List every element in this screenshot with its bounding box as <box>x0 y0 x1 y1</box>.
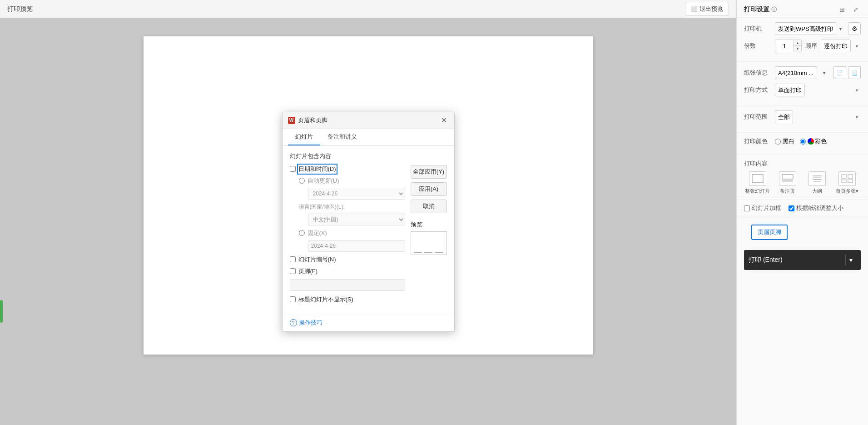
exit-preview-button[interactable]: ⬜ 退出预览 <box>685 3 729 15</box>
print-method-select-wrapper: 单面打印 <box>775 84 861 96</box>
preview-area-dialog: 预览 <box>411 220 447 255</box>
orientation-buttons: 📄 📃 <box>833 66 861 79</box>
footer-checkbox[interactable] <box>290 268 296 274</box>
full-slide-label: 整张幻灯片 <box>745 188 770 195</box>
preview-area: W 页眉和页脚 ✕ 幻灯片 备注和讲义 幻灯片包含内容 <box>0 18 736 425</box>
resize-checkbox-item[interactable]: 根据纸张调整大小 <box>789 204 843 212</box>
date-options-indented: 自动更新(U) 2024-4-26 <box>299 177 405 252</box>
bw-radio[interactable] <box>775 139 781 145</box>
print-button-label: 打印 (Enter) <box>749 256 783 264</box>
content-outline[interactable]: 大纲 <box>804 171 831 195</box>
print-button[interactable]: 打印 (Enter) ▾ <box>744 250 861 270</box>
copies-label: 份数 <box>744 42 771 50</box>
footer-label[interactable]: 页脚(F) <box>298 267 318 275</box>
footer-input-row <box>290 279 405 291</box>
dialog-body: 幻灯片包含内容 日期和时间(D) <box>283 146 454 314</box>
help-link[interactable]: ? 操作技巧 <box>290 319 322 327</box>
auto-update-row: 自动更新(U) <box>299 177 405 185</box>
content-full-slide[interactable]: 整张幻灯片 <box>744 171 771 195</box>
expand-icon[interactable]: ⤢ <box>851 5 861 15</box>
printer-select[interactable]: 发送到WPS高级打印 <box>775 22 836 35</box>
auto-update-radio[interactable] <box>299 178 305 184</box>
right-panel-title: 打印设置 ⓘ <box>744 5 777 14</box>
preview-box <box>411 231 447 255</box>
outline-label: 大纲 <box>812 188 822 195</box>
content-multi[interactable]: 每页多张▾ <box>833 171 861 195</box>
dialog-overlay: W 页眉和页脚 ✕ 幻灯片 备注和讲义 幻灯片包含内容 <box>0 18 736 425</box>
dialog-titlebar: W 页眉和页脚 ✕ <box>283 112 454 129</box>
dialog-close-button[interactable]: ✕ <box>440 116 449 125</box>
page-title: 打印预览 <box>7 5 33 13</box>
date-time-checkbox[interactable] <box>290 166 296 172</box>
resize-label: 根据纸张调整大小 <box>796 204 843 212</box>
right-panel-title-text: 打印设置 <box>744 5 769 14</box>
cancel-button[interactable]: 取消 <box>411 200 447 213</box>
paper-select[interactable]: A4(210mm ... <box>775 66 817 79</box>
options-section: 幻灯片加框 根据纸张调整大小 <box>737 200 868 217</box>
slide-number-label[interactable]: 幻灯片编号(N) <box>298 255 336 264</box>
print-btn-dropdown[interactable]: ▾ <box>845 255 856 265</box>
hide-title-checkbox[interactable] <box>290 296 296 302</box>
printer-select-wrapper: 发送到WPS高级打印 <box>775 22 844 35</box>
print-range-select[interactable]: 全部 <box>775 110 793 123</box>
dialog-title-icon: W <box>288 117 295 124</box>
hide-title-row: 标题幻灯片不显示(S) <box>290 295 405 304</box>
header-footer-button[interactable]: 页眉页脚 <box>751 225 788 240</box>
printer-settings-button[interactable]: ⚙ <box>848 22 861 35</box>
dialog-right-column: 全部应用(Y) 应用(A) 取消 预览 <box>411 165 447 307</box>
frame-checkbox[interactable] <box>744 205 750 211</box>
exit-preview-label: 退出预览 <box>699 5 723 13</box>
auto-update-label[interactable]: 自动更新(U) <box>308 177 339 185</box>
fixed-radio[interactable] <box>299 230 305 236</box>
notes-icon <box>779 171 796 186</box>
print-content-section: 打印内容 整张幻灯片 备注页 大纲 <box>737 155 868 200</box>
printer-label: 打印机 <box>744 25 771 33</box>
hide-title-label[interactable]: 标题幻灯片不显示(S) <box>298 295 353 304</box>
preview-line-2 <box>424 252 432 253</box>
copies-up-arrow[interactable]: ▲ <box>794 40 801 46</box>
portrait-button[interactable]: 📄 <box>833 66 846 79</box>
exit-preview-icon: ⬜ <box>691 6 698 12</box>
language-label: 语言(国家/地区)(L): <box>299 204 345 210</box>
tab-slide[interactable]: 幻灯片 <box>288 129 320 145</box>
header-footer-section: 页眉页脚 <box>737 217 868 247</box>
frame-label: 幻灯片加框 <box>752 204 781 212</box>
right-panel-header: 打印设置 ⓘ ⊞ ⤢ <box>737 0 868 18</box>
footer-input[interactable] <box>290 279 405 291</box>
help-icon: ⓘ <box>771 6 777 14</box>
bw-radio-item[interactable]: 黑白 <box>775 137 794 145</box>
dialog-section-title: 幻灯片包含内容 <box>290 152 447 160</box>
date-time-label[interactable]: 日期和时间(D) <box>298 165 336 173</box>
printer-section: 打印机 发送到WPS高级打印 ⚙ 份数 1 ▲ ▼ 顺序 逐份打印 <box>737 18 868 62</box>
print-method-select[interactable]: 单面打印 <box>775 84 805 96</box>
frame-checkbox-item[interactable]: 幻灯片加框 <box>744 204 781 212</box>
print-color-row: 打印颜色 黑白 彩色 <box>744 137 861 145</box>
color-label: 彩色 <box>815 137 827 145</box>
content-notes[interactable]: 备注页 <box>774 171 801 195</box>
order-select[interactable]: 逐份打印 <box>821 40 851 52</box>
print-method-label: 打印方式 <box>744 86 771 94</box>
date-select[interactable]: 2024-4-26 <box>308 188 405 200</box>
color-radio-item[interactable]: 彩色 <box>800 137 827 145</box>
paper-section: 纸张信息 A4(210mm ... 📄 📃 打印方式 单面打印 <box>737 62 868 106</box>
landscape-button[interactable]: 📃 <box>848 66 861 79</box>
grid-view-icon[interactable]: ⊞ <box>837 5 847 15</box>
preview-label: 预览 <box>411 220 447 229</box>
copies-input-wrapper: 1 ▲ ▼ <box>775 40 802 52</box>
dialog-left-column: 日期和时间(D) 自动更新(U) <box>290 165 405 307</box>
apply-button[interactable]: 应用(A) <box>411 182 447 196</box>
fixed-date-input[interactable] <box>308 240 405 252</box>
color-radio[interactable] <box>800 139 806 145</box>
language-select-row: 中文(中国) <box>308 214 405 225</box>
apply-all-button[interactable]: 全部应用(Y) <box>411 165 447 179</box>
resize-checkbox[interactable] <box>789 205 794 211</box>
tab-notes[interactable]: 备注和讲义 <box>320 129 364 145</box>
copies-down-arrow[interactable]: ▼ <box>794 46 801 52</box>
copies-input[interactable]: 1 <box>775 43 794 50</box>
svg-rect-0 <box>752 175 763 183</box>
slide-number-checkbox[interactable] <box>290 256 296 262</box>
fixed-label[interactable]: 固定(X) <box>308 229 327 237</box>
language-select[interactable]: 中文(中国) <box>308 214 405 225</box>
print-color-label: 打印颜色 <box>744 137 771 145</box>
dialog-main-content: 日期和时间(D) 自动更新(U) <box>290 165 447 307</box>
